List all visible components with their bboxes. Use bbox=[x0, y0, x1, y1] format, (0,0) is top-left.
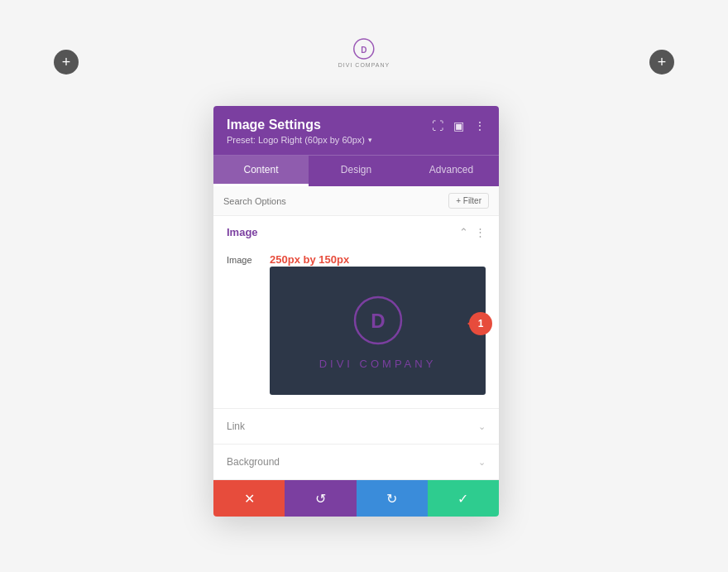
image-section-title: Image bbox=[227, 226, 258, 238]
link-section-label: Link bbox=[227, 421, 245, 432]
modal-title: Image Settings bbox=[227, 118, 372, 132]
collapse-icon[interactable]: ⌃ bbox=[459, 226, 468, 238]
preset-label: Preset: Logo Right (60px by 60px) bbox=[227, 135, 365, 145]
columns-icon[interactable]: ▣ bbox=[453, 119, 464, 132]
image-field-row: Image 250px by 150px D DIVI COMPANY 1 bbox=[213, 248, 499, 408]
svg-text:D: D bbox=[371, 310, 385, 332]
resize-icon[interactable]: ⛶ bbox=[432, 119, 443, 132]
section-header-icons: ⌃ ⋮ bbox=[459, 226, 486, 238]
link-section: Link ⌄ bbox=[213, 409, 499, 445]
tab-content[interactable]: Content bbox=[213, 156, 309, 186]
more-options-icon[interactable]: ⋮ bbox=[474, 119, 486, 132]
background-section: Background ⌄ bbox=[213, 445, 499, 480]
tab-advanced[interactable]: Advanced bbox=[404, 156, 499, 186]
cancel-button[interactable]: ✕ bbox=[213, 480, 285, 517]
tab-design[interactable]: Design bbox=[309, 156, 404, 186]
modal-tabs: Content Design Advanced bbox=[213, 155, 499, 186]
redo-button[interactable]: ↻ bbox=[357, 480, 428, 517]
undo-button[interactable]: ↺ bbox=[285, 480, 356, 517]
background-section-label: Background bbox=[227, 456, 280, 468]
image-preview-wrapper: 250px by 150px D DIVI COMPANY 1 bbox=[270, 252, 486, 395]
notification-badge: 1 bbox=[469, 312, 492, 335]
modal-content: Image ⌃ ⋮ Image 250px by 150px D DIVI CO… bbox=[213, 216, 499, 480]
link-section-arrow: ⌄ bbox=[478, 421, 486, 432]
divi-logo-preview-icon: D bbox=[349, 291, 407, 349]
link-section-header[interactable]: Link ⌄ bbox=[213, 409, 499, 444]
add-left-button[interactable]: + bbox=[54, 50, 79, 75]
preset-dropdown-arrow: ▾ bbox=[368, 136, 372, 144]
background-section-arrow: ⌄ bbox=[478, 457, 486, 468]
image-section-header: Image ⌃ ⋮ bbox=[213, 216, 499, 248]
divi-logo-icon: D bbox=[352, 37, 376, 60]
image-size-label: 250px by 150px bbox=[270, 252, 349, 266]
svg-text:D: D bbox=[361, 46, 366, 55]
background-section-header[interactable]: Background ⌄ bbox=[213, 445, 499, 479]
modal-footer: ✕ ↺ ↻ ✓ bbox=[213, 480, 499, 517]
save-button[interactable]: ✓ bbox=[428, 480, 499, 517]
modal-preset[interactable]: Preset: Logo Right (60px by 60px) ▾ bbox=[227, 135, 372, 145]
image-field-label: Image bbox=[227, 252, 260, 265]
top-logo: D DIVI COMPANY bbox=[338, 37, 390, 68]
image-section: Image ⌃ ⋮ Image 250px by 150px D DIVI CO… bbox=[213, 216, 499, 409]
divi-logo-preview-text: DIVI COMPANY bbox=[319, 358, 437, 370]
section-more-icon[interactable]: ⋮ bbox=[475, 226, 486, 238]
top-logo-text: DIVI COMPANY bbox=[338, 62, 390, 68]
modal-header-icons: ⛶ ▣ ⋮ bbox=[432, 118, 486, 132]
search-input[interactable] bbox=[223, 196, 448, 206]
modal-header-left: Image Settings Preset: Logo Right (60px … bbox=[227, 118, 372, 145]
add-right-button[interactable]: + bbox=[649, 50, 674, 75]
image-settings-modal: Image Settings Preset: Logo Right (60px … bbox=[213, 106, 499, 517]
filter-button[interactable]: + Filter bbox=[448, 193, 489, 209]
image-preview[interactable]: D DIVI COMPANY bbox=[270, 267, 486, 395]
search-bar: + Filter bbox=[213, 186, 499, 216]
modal-header: Image Settings Preset: Logo Right (60px … bbox=[213, 106, 499, 155]
